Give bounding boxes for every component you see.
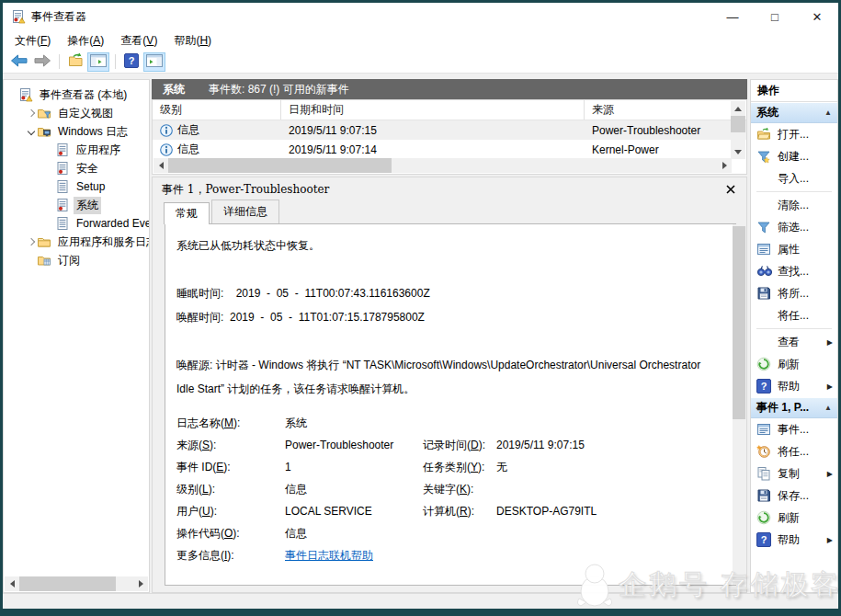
action-item[interactable]: 将任... <box>751 440 837 462</box>
event-description: 系统已从低功耗状态中恢复。睡眠时间: 2019 - 05 - 11T00:07:… <box>176 234 713 401</box>
back-arrow-icon <box>10 53 28 71</box>
event-log-plain-icon <box>55 179 71 194</box>
event-viewer-window: ! 事件查看器 —□✕ 文件(F)操作(A)查看(V)帮助(H) ? !事件查看… <box>3 3 838 609</box>
tab-details[interactable]: 详细信息 <box>211 200 279 223</box>
list-vertical-scrollbar[interactable] <box>731 101 745 159</box>
action-item[interactable]: 查看▶ <box>751 331 837 353</box>
column-header[interactable]: 来源 <box>585 100 730 120</box>
close-icon[interactable] <box>724 183 737 196</box>
level-text: 信息 <box>177 142 199 157</box>
action-item[interactable]: 事件... <box>751 418 837 440</box>
svg-text:!: ! <box>28 97 29 101</box>
field-label: 任务类别(Y): <box>423 460 496 475</box>
menu-item[interactable]: 帮助(H) <box>165 31 220 51</box>
action-section-header[interactable]: 系统▲ <box>751 102 837 123</box>
submenu-arrow-icon: ▶ <box>827 338 833 347</box>
action-item[interactable]: 刷新 <box>751 353 837 375</box>
event-fields: 日志名称(M):系统来源(S):Power-Troubleshooter记录时间… <box>176 412 713 566</box>
scrollbar-thumb[interactable] <box>733 226 745 419</box>
action-item[interactable]: 创建... <box>751 145 837 167</box>
tree-item[interactable]: 订阅 <box>4 251 149 269</box>
column-header[interactable]: 日期和时间 <box>281 100 585 120</box>
table-row[interactable]: 信息2019/5/11 9:07:15Power-Troubleshooter <box>153 120 746 140</box>
tree-item[interactable]: 系统 <box>4 196 149 214</box>
scroll-down-icon[interactable] <box>731 144 745 159</box>
find-icon <box>756 264 771 279</box>
field-label: 操作代码(O): <box>176 526 285 542</box>
minimize-button[interactable]: — <box>711 3 754 30</box>
action-item[interactable]: ?帮助▶ <box>751 529 837 551</box>
action-item[interactable]: 查找... <box>751 260 837 282</box>
forward-arrow-button[interactable] <box>31 52 53 72</box>
tree-item[interactable]: 自定义视图 <box>4 104 149 122</box>
chevron-right-icon[interactable] <box>26 239 37 245</box>
tree-item[interactable]: 应用程序和服务日志 <box>4 233 149 251</box>
description-line: 睡眠时间: 2019 - 05 - 11T00:07:43.116163600Z <box>176 281 713 305</box>
scroll-up-icon[interactable] <box>731 101 745 116</box>
action-item[interactable]: 导入... <box>751 167 837 189</box>
action-item-label: 将任... <box>778 308 809 324</box>
chevron-down-icon[interactable] <box>26 129 37 134</box>
action-item[interactable]: 属性 <box>751 238 837 260</box>
refresh-icon <box>756 510 771 525</box>
field-label: 计算机(R): <box>423 504 496 519</box>
maximize-button[interactable]: □ <box>754 3 796 30</box>
scrollbar-thumb[interactable] <box>731 116 745 132</box>
console-tree-toggle-button[interactable] <box>87 52 109 72</box>
menu-item[interactable]: 操作(A) <box>59 31 112 51</box>
info-icon <box>160 124 173 137</box>
tree-item[interactable]: 应用程序 <box>4 141 149 159</box>
action-item[interactable]: 将任... <box>751 304 837 326</box>
log-name: 系统 <box>163 82 185 97</box>
action-item[interactable]: 刷新 <box>751 507 837 529</box>
folder-icon <box>37 234 52 249</box>
tree-item[interactable]: Forwarded Even <box>4 214 149 233</box>
action-item[interactable]: 保存... <box>751 485 837 507</box>
action-pane-toggle-button[interactable] <box>143 52 165 72</box>
close-button[interactable]: ✕ <box>796 3 838 30</box>
menu-item[interactable]: 文件(F) <box>6 31 59 51</box>
action-section-header[interactable]: 事件 1, P...▲ <box>751 397 837 418</box>
tree-item[interactable]: !事件查看器 (本地) <box>4 86 149 104</box>
status-bar <box>3 593 838 609</box>
window-controls: —□✕ <box>711 3 838 30</box>
scrollbar-thumb[interactable] <box>168 158 392 173</box>
scroll-left-icon[interactable] <box>5 576 19 591</box>
tab-general[interactable]: 常规 <box>164 202 210 224</box>
event-log-online-help-link[interactable]: 事件日志联机帮助 <box>285 548 423 564</box>
action-item[interactable]: 清除... <box>751 194 837 216</box>
action-item-label: 刷新 <box>778 357 800 372</box>
field-value: LOCAL SERVICE <box>285 505 423 518</box>
collapse-arrow-icon[interactable]: ▲ <box>824 108 832 117</box>
list-horizontal-scrollbar[interactable] <box>153 158 732 173</box>
save-icon <box>756 488 771 503</box>
scrollbar-thumb[interactable] <box>19 576 116 591</box>
tree-item[interactable]: Setup <box>4 177 149 196</box>
table-row[interactable]: 信息2019/5/11 9:07:14Kernel-Power <box>153 140 746 159</box>
submenu-arrow-icon: ▶ <box>827 536 833 544</box>
back-arrow-button[interactable] <box>8 52 30 72</box>
tree-item[interactable]: Windows 日志 <box>4 122 149 141</box>
scroll-left-icon[interactable] <box>153 158 168 173</box>
collapse-arrow-icon[interactable]: ▲ <box>824 404 832 412</box>
help-button[interactable]: ? <box>120 52 142 72</box>
event-log-icon <box>55 143 71 157</box>
action-item[interactable]: 筛选... <box>751 216 837 238</box>
column-header[interactable]: 级别 <box>153 100 281 120</box>
field-label: 日志名称(M): <box>176 416 285 431</box>
tree-horizontal-scrollbar[interactable] <box>5 576 148 591</box>
scroll-right-icon[interactable] <box>717 158 732 173</box>
action-item[interactable]: ?帮助▶ <box>751 375 837 397</box>
open-saved-log-button[interactable] <box>64 52 86 72</box>
tree-item-label: 事件查看器 (本地) <box>37 86 130 104</box>
menu-item[interactable]: 查看(V) <box>112 31 165 51</box>
scroll-right-icon[interactable] <box>133 576 148 591</box>
action-item[interactable]: 打开... <box>751 123 837 145</box>
chevron-right-icon[interactable] <box>26 110 37 116</box>
action-item[interactable]: 复制▶ <box>751 462 837 485</box>
action-item[interactable]: 将所... <box>751 282 837 304</box>
detail-pane-header: 事件 1，Power-Troubleshooter <box>153 177 746 201</box>
event-viewer-icon: ! <box>18 87 34 102</box>
detail-vertical-scrollbar[interactable] <box>733 224 745 585</box>
tree-item[interactable]: 安全 <box>4 159 149 177</box>
